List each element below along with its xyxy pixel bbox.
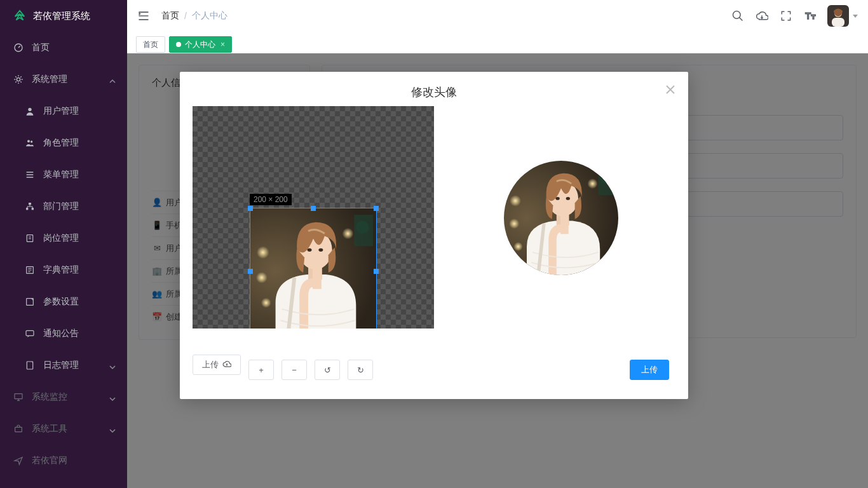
caret-down-icon — [853, 15, 858, 18]
users-icon — [24, 137, 36, 149]
crop-handle-e[interactable] — [374, 269, 379, 274]
svg-point-32 — [308, 248, 312, 252]
app-title: 若依管理系统 — [33, 10, 90, 22]
leaf-icon — [13, 9, 27, 23]
sidebar-item-dict[interactable]: 字典管理 — [0, 254, 127, 286]
breadcrumb: 首页 / 个人中心 — [161, 10, 227, 22]
svg-rect-6 — [26, 208, 28, 210]
sidebar-item-label: 岗位管理 — [43, 233, 79, 244]
cloud-download-icon[interactable] — [755, 9, 769, 23]
cropper[interactable]: 200 × 200 — [193, 106, 434, 329]
svg-rect-13 — [15, 394, 22, 399]
sidebar-menu: 首页 系统管理 用户管理 角色管理 菜单管理 部门管理 岗位管理 — [0, 32, 127, 477]
avatar-icon — [827, 5, 849, 27]
gear-icon — [13, 74, 24, 85]
svg-point-33 — [318, 248, 323, 252]
font-size-icon[interactable] — [803, 9, 817, 23]
monitor-icon — [13, 391, 24, 403]
crop-box[interactable] — [250, 208, 377, 329]
submit-button[interactable]: 上传 — [630, 360, 669, 380]
crop-handle-w[interactable] — [248, 269, 253, 274]
crop-handle-n[interactable] — [311, 206, 316, 211]
sidebar-item-label: 首页 — [32, 42, 50, 53]
app-logo[interactable]: 若依管理系统 — [0, 0, 127, 32]
cloud-upload-icon — [222, 360, 231, 370]
svg-rect-29 — [354, 215, 373, 247]
svg-rect-14 — [15, 427, 22, 431]
svg-point-44 — [566, 197, 570, 200]
crop-handle-nw[interactable] — [248, 206, 253, 211]
sidebar-item-home[interactable]: 首页 — [0, 32, 127, 64]
crop-preview-image — [250, 208, 376, 329]
fullscreen-icon[interactable] — [779, 9, 793, 23]
sidebar-item-label: 系统管理 — [32, 74, 67, 85]
close-icon[interactable]: × — [220, 40, 225, 49]
sidebar-item-post[interactable]: 岗位管理 — [0, 222, 127, 254]
avatar-dialog: 修改头像 200 × 200 — [180, 72, 688, 399]
hamburger-icon[interactable] — [137, 10, 150, 22]
svg-point-3 — [27, 140, 30, 142]
sidebar-item-menu[interactable]: 菜单管理 — [0, 159, 127, 191]
tool-icon — [13, 423, 24, 435]
sidebar-item-user[interactable]: 用户管理 — [0, 95, 127, 127]
sidebar-item-system[interactable]: 系统管理 — [0, 64, 127, 95]
avatar-preview — [504, 161, 618, 275]
org-icon — [24, 201, 36, 212]
preview-pane — [447, 106, 675, 329]
breadcrumb-current: 个人中心 — [192, 10, 227, 22]
svg-rect-7 — [32, 208, 34, 210]
sidebar-item-dept[interactable]: 部门管理 — [0, 191, 127, 222]
tab-profile[interactable]: 个人中心 × — [169, 36, 232, 53]
search-icon[interactable] — [731, 9, 745, 23]
top-navbar: 首页 / 个人中心 — [127, 0, 868, 32]
zoom-in-button[interactable]: + — [248, 360, 274, 380]
sidebar-item-website[interactable]: 若依官网 — [0, 445, 127, 477]
rotate-cw-icon: ↻ — [357, 365, 364, 375]
rotate-left-button[interactable]: ↺ — [315, 360, 340, 380]
sidebar-item-label: 字典管理 — [43, 264, 79, 276]
close-button[interactable] — [663, 82, 678, 97]
params-icon — [24, 296, 36, 308]
crop-size-label: 200 × 200 — [250, 194, 292, 205]
sidebar-item-label: 若依官网 — [32, 455, 67, 466]
svg-point-4 — [31, 140, 32, 142]
sidebar: 若依管理系统 首页 系统管理 用户管理 角色管理 菜单管理 部门管理 — [0, 0, 127, 488]
tabs-bar: 首页 个人中心 × — [127, 32, 868, 53]
breadcrumb-home[interactable]: 首页 — [161, 10, 179, 22]
sidebar-item-label: 系统监控 — [32, 391, 67, 403]
user-avatar-menu[interactable] — [827, 5, 858, 27]
svg-point-36 — [509, 219, 519, 229]
submit-label: 上传 — [641, 364, 658, 376]
sidebar-item-label: 菜单管理 — [43, 169, 79, 180]
svg-point-43 — [555, 197, 559, 200]
dict-icon — [24, 264, 36, 276]
sidebar-item-label: 日志管理 — [43, 360, 79, 371]
link-icon — [13, 455, 24, 466]
svg-point-2 — [28, 108, 31, 111]
choose-file-button[interactable]: 上传 — [193, 355, 241, 375]
crop-pane: 200 × 200 — [193, 106, 434, 329]
rotate-right-button[interactable]: ↻ — [348, 360, 373, 380]
dashboard-icon — [13, 42, 24, 53]
sidebar-item-tool[interactable]: 系统工具 — [0, 413, 127, 445]
preview-image — [504, 161, 618, 275]
log-icon — [24, 360, 36, 371]
tab-home[interactable]: 首页 — [136, 36, 165, 53]
sidebar-item-notice[interactable]: 通知公告 — [0, 318, 127, 349]
crop-handle-ne[interactable] — [374, 206, 379, 211]
sidebar-item-role[interactable]: 角色管理 — [0, 127, 127, 159]
sidebar-item-label: 部门管理 — [43, 201, 79, 212]
user-icon — [24, 105, 36, 117]
sidebar-item-label: 参数设置 — [43, 296, 79, 308]
sidebar-item-label: 用户管理 — [43, 105, 79, 117]
tab-label: 首页 — [143, 39, 158, 50]
plus-icon: + — [259, 365, 264, 375]
sidebar-item-label: 通知公告 — [43, 328, 79, 339]
message-icon — [24, 328, 36, 339]
svg-rect-12 — [27, 362, 32, 369]
sidebar-item-monitor[interactable]: 系统监控 — [0, 381, 127, 413]
zoom-out-button[interactable]: − — [281, 360, 307, 380]
sidebar-item-params[interactable]: 参数设置 — [0, 286, 127, 318]
svg-point-24 — [257, 246, 269, 259]
sidebar-item-log[interactable]: 日志管理 — [0, 349, 127, 381]
